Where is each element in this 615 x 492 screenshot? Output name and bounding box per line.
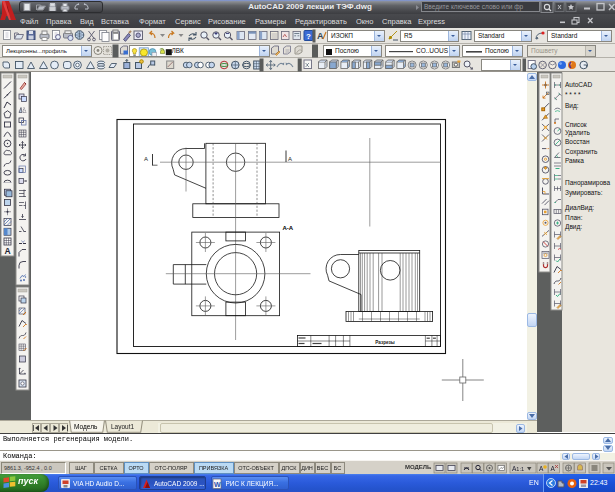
svg-text:A: A bbox=[4, 246, 10, 256]
svg-text:А: А bbox=[539, 465, 544, 472]
svg-text:А1:1: А1:1 bbox=[512, 465, 524, 472]
svg-text:?: ? bbox=[306, 32, 311, 41]
svg-text:A: A bbox=[317, 31, 324, 41]
svg-text:А: А bbox=[551, 465, 556, 472]
svg-text:А: А bbox=[144, 156, 148, 162]
svg-text:Разрезы: Разрезы bbox=[375, 340, 395, 345]
svg-text:А: А bbox=[288, 156, 292, 162]
svg-text:А-А: А-А bbox=[283, 225, 294, 231]
svg-text:W: W bbox=[214, 481, 221, 488]
